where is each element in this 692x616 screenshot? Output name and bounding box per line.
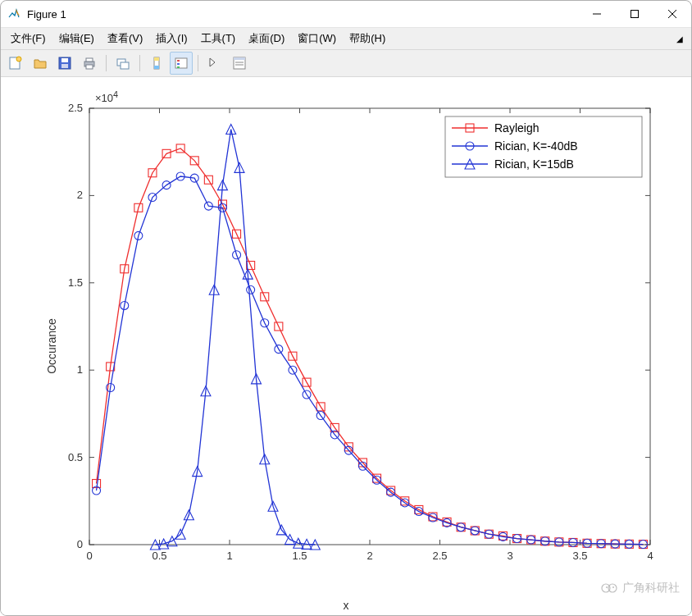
svg-text:0: 0 — [77, 538, 83, 550]
svg-text:0.5: 0.5 — [68, 451, 83, 463]
svg-text:Rician, K=15dB: Rician, K=15dB — [494, 157, 574, 171]
svg-text:Rician, K=-40dB: Rician, K=-40dB — [494, 139, 578, 153]
toolbar — [1, 50, 691, 77]
menu-edit[interactable]: 编辑(E) — [52, 30, 101, 48]
svg-rect-4 — [61, 58, 68, 62]
menu-tools[interactable]: 工具(T) — [194, 30, 243, 48]
print-button[interactable] — [78, 52, 101, 75]
svg-rect-17 — [177, 66, 180, 68]
svg-text:3.5: 3.5 — [572, 550, 587, 562]
svg-point-159 — [606, 586, 608, 588]
svg-rect-16 — [177, 63, 180, 65]
insert-colorbar-button[interactable] — [145, 52, 168, 75]
svg-text:0.5: 0.5 — [152, 550, 166, 562]
svg-text:2.5: 2.5 — [432, 550, 447, 562]
svg-text:3: 3 — [507, 550, 512, 562]
svg-point-2 — [16, 57, 21, 62]
titlebar: Figure 1 — [1, 1, 691, 28]
watermark: 广角科研社 — [601, 581, 680, 595]
svg-text:Rayleigh: Rayleigh — [494, 121, 539, 135]
svg-rect-10 — [121, 62, 129, 69]
open-button[interactable] — [29, 52, 52, 75]
svg-text:2.5: 2.5 — [68, 102, 83, 114]
menubar: 文件(F) 编辑(E) 查看(V) 插入(I) 工具(T) 桌面(D) 窗口(W… — [1, 28, 691, 50]
svg-rect-12 — [154, 57, 159, 61]
svg-rect-7 — [86, 58, 93, 62]
menu-view[interactable]: 查看(V) — [101, 30, 149, 48]
menu-file[interactable]: 文件(F) — [4, 30, 52, 48]
menu-overflow-icon[interactable]: ◢ — [672, 34, 688, 43]
svg-text:0: 0 — [86, 550, 92, 562]
open-property-inspector-button[interactable] — [228, 52, 251, 75]
svg-text:1.5: 1.5 — [68, 276, 83, 289]
axes-svg: 00.511.522.533.5400.511.522.5RayleighRic… — [1, 77, 691, 615]
toolbar-separator — [198, 55, 198, 71]
svg-text:1: 1 — [226, 550, 232, 562]
figure-window: Figure 1 文件(F) 编辑(E) 查看(V) 插入(I) 工具(T) 桌… — [0, 0, 692, 616]
svg-text:2: 2 — [366, 550, 372, 562]
matlab-icon — [7, 7, 20, 21]
svg-text:4: 4 — [647, 550, 653, 562]
insert-legend-button[interactable] — [170, 52, 193, 75]
save-button[interactable] — [53, 52, 76, 75]
svg-text:1: 1 — [77, 363, 83, 376]
window-title: Figure 1 — [27, 8, 66, 21]
link-plot-button[interactable] — [112, 52, 134, 75]
svg-rect-0 — [631, 11, 639, 18]
svg-text:2: 2 — [77, 189, 83, 201]
svg-point-160 — [612, 586, 614, 588]
plot-area[interactable]: ×104 Occurance x 00.511.522.533.5400.511… — [1, 77, 691, 615]
new-figure-button[interactable] — [4, 52, 27, 75]
svg-rect-13 — [154, 66, 159, 69]
svg-text:1.5: 1.5 — [292, 550, 307, 562]
svg-rect-15 — [177, 60, 180, 62]
svg-rect-5 — [61, 64, 68, 68]
close-button[interactable] — [653, 1, 691, 27]
edit-plot-button[interactable] — [203, 52, 226, 75]
menu-help[interactable]: 帮助(H) — [343, 30, 392, 48]
toolbar-separator — [106, 55, 107, 71]
maximize-button[interactable] — [616, 1, 653, 27]
menu-desktop[interactable]: 桌面(D) — [242, 30, 291, 48]
toolbar-separator — [139, 55, 140, 71]
menu-insert[interactable]: 插入(I) — [149, 30, 193, 48]
minimize-button[interactable] — [578, 1, 616, 27]
menu-window[interactable]: 窗口(W) — [291, 30, 343, 48]
svg-rect-8 — [86, 65, 93, 69]
svg-rect-19 — [234, 57, 245, 60]
